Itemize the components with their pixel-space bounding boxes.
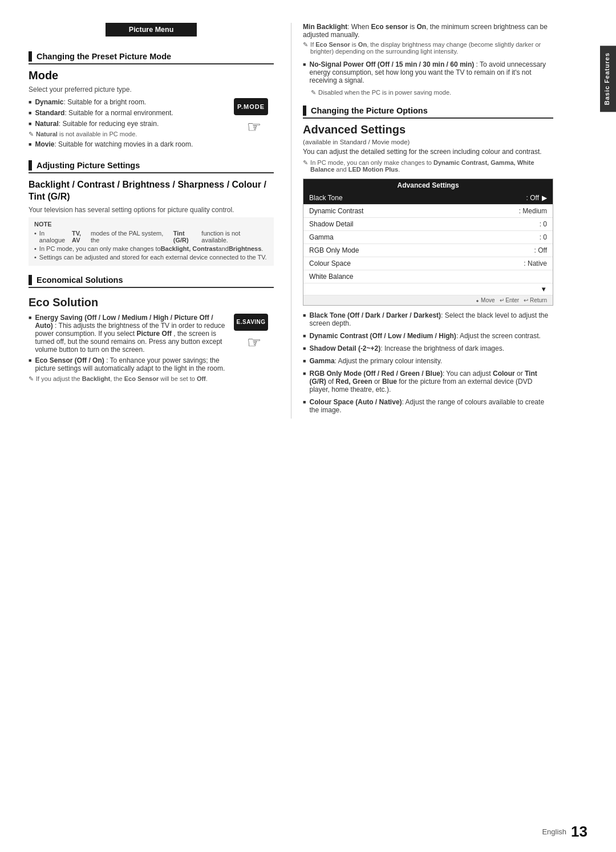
eco-solution-section: Eco Solution Energy Saving (Off / Low / …: [29, 296, 274, 385]
adv-row-more: ▼: [303, 283, 553, 295]
desc-gamma: Gamma: Adjust the primary colour intensi…: [303, 357, 553, 365]
picture-off-label: Picture Off: [137, 330, 172, 338]
page-container: Basic Features Picture Menu Changing the…: [0, 0, 616, 852]
bullet-movie-text: : Suitable for watching movies in a dark…: [54, 140, 193, 148]
picture-menu-header: Picture Menu: [106, 23, 197, 36]
left-column: Picture Menu Changing the Preset Picture…: [29, 23, 291, 419]
bullet-natural-text: : Suitable for reducing eye strain.: [59, 120, 159, 128]
bar-indicator-2: [29, 160, 32, 171]
pmode-illustration: P.MODE ☞: [234, 98, 274, 136]
backlight-note: NOTE In analogue TV, AV modes of the PAL…: [29, 217, 274, 266]
esaving-illustration: E.SAVING ☞: [234, 314, 274, 352]
note-item-2: In PC mode, you can only make changes to…: [34, 245, 268, 252]
pc-mode-note-text: In PC mode, you can only make changes to…: [310, 159, 553, 173]
adv-row-gamma-value: : 0: [540, 233, 547, 241]
adv-row-shadow-detail: Shadow Detail : 0: [303, 218, 553, 231]
esaving-label: E.SAVING: [237, 319, 266, 325]
note-item-1: In analogue TV, AV modes of the PAL syst…: [34, 230, 268, 244]
desc-colour-space: Colour Space (Auto / Native): Adjust the…: [303, 398, 553, 414]
pc-mode-note: ✎ In PC mode, you can only make changes …: [303, 159, 553, 173]
footer-enter: ↵ Enter: [500, 297, 520, 303]
eco-sensor-sub-note: ✎ If you adjust the Backlight, the Eco S…: [29, 375, 228, 383]
adv-row-dynamic-contrast-value: : Medium: [519, 207, 547, 215]
note-title: NOTE: [34, 221, 268, 228]
desc-black-tone: Black Tone (Off / Dark / Darker / Darkes…: [303, 311, 553, 327]
mode-bullet-list-2: Movie: Suitable for watching movies in a…: [29, 140, 228, 148]
adv-row-gamma-label: Gamma: [309, 233, 540, 241]
adv-row-shadow-detail-label: Shadow Detail: [309, 220, 540, 228]
changing-preset-title: Changing the Preset Picture Mode: [37, 52, 171, 61]
no-signal-label: No-Signal Power Off (Off / 15 min / 30 m…: [310, 60, 475, 68]
right-column: Min Backlight: When Eco sensor is On, th…: [291, 23, 553, 419]
adv-row-dynamic-contrast-label: Dynamic Contrast: [309, 207, 519, 215]
display-brightness-note: ✎ If Eco Sensor is On, the display brigh…: [303, 41, 553, 55]
adv-row-black-tone-label: Black Tone: [309, 194, 526, 202]
bullet-dynamic-text: : Suitable for a bright room.: [63, 98, 146, 106]
adv-row-colour-space: Colour Space : Native: [303, 257, 553, 270]
eco-sensor-note-text: If you adjust the Backlight, the Eco Sen…: [36, 375, 208, 382]
adv-row-arrow: ▶: [542, 194, 547, 202]
adv-available: (available in Standard / Movie mode): [303, 139, 553, 145]
pencil-icon-3: ✎: [303, 41, 308, 48]
pic-options-section: Changing the Picture Options: [303, 106, 553, 119]
desc-dynamic-contrast: Dynamic Contrast (Off / Low / Medium / H…: [303, 332, 553, 340]
bullet-standard-label: Standard: [35, 109, 64, 117]
bullet-natural: Natural: Suitable for reducing eye strai…: [29, 120, 228, 128]
adjusting-section: Adjusting Picture Settings: [29, 160, 274, 173]
desc-rgb-only: RGB Only Mode (Off / Red / Green / Blue)…: [303, 370, 553, 393]
adv-row-black-tone: Black Tone : Off ▶: [303, 192, 553, 205]
bullet-energy-saving: Energy Saving (Off / Low / Medium / High…: [29, 314, 228, 354]
note-list: In analogue TV, AV modes of the PAL syst…: [34, 230, 268, 261]
backlight-title: Backlight / Contrast / Brightness / Shar…: [29, 179, 274, 203]
adv-settings-footer: ⬥ Move ↵ Enter ↩ Return: [303, 295, 553, 305]
eco-bullet-list: Energy Saving (Off / Low / Medium / High…: [29, 314, 228, 372]
mode-text: Dynamic: Suitable for a bright room. Sta…: [29, 98, 228, 151]
bullet-movie-label: Movie: [35, 140, 54, 148]
hand-icon-2: ☞: [234, 333, 274, 352]
disabled-pc-text: Disabled when the PC is in power saving …: [318, 89, 451, 96]
mode-section: Mode Select your preferred picture type.…: [29, 69, 274, 151]
eco-content: Energy Saving (Off / Low / Medium / High…: [29, 314, 274, 385]
adv-row-rgb-only-value: : Off: [534, 246, 547, 254]
min-backlight-text: Min Backlight: When Eco sensor is On, th…: [303, 23, 553, 39]
backlight-desc: Your television has several setting opti…: [29, 206, 274, 214]
hand-icon: ☞: [234, 117, 274, 136]
adv-row-rgb-only-label: RGB Only Mode: [309, 246, 534, 254]
bullet-standard: Standard: Suitable for a normal environm…: [29, 109, 228, 117]
adv-row-white-balance: White Balance: [303, 270, 553, 283]
adv-row-rgb-only: RGB Only Mode : Off: [303, 244, 553, 257]
side-tab: Basic Features: [600, 46, 616, 112]
adv-desc: You can adjust the detailed setting for …: [303, 148, 553, 156]
no-signal-item: No-Signal Power Off (Off / 15 min / 30 m…: [303, 60, 553, 84]
down-arrow: ▼: [541, 286, 547, 293]
natural-note: ✎ Natural is not available in PC mode.: [29, 131, 228, 138]
bullet-natural-label: Natural: [35, 120, 58, 128]
bullet-movie: Movie: Suitable for watching movies in a…: [29, 140, 228, 148]
adv-settings-table: Advanced Settings Black Tone : Off ▶ Dyn…: [303, 178, 553, 306]
advanced-settings-section: Advanced Settings (available in Standard…: [303, 123, 553, 414]
mode-content: Dynamic: Suitable for a bright room. Sta…: [29, 98, 274, 151]
changing-preset-section: Changing the Preset Picture Mode: [29, 51, 274, 64]
page-footer-text: English: [542, 827, 566, 836]
adv-settings-title: Advanced Settings: [303, 123, 553, 136]
adv-row-white-balance-label: White Balance: [309, 273, 547, 281]
adv-row-black-tone-value: : Off: [526, 194, 539, 202]
adv-desc-list: Black Tone (Off / Dark / Darker / Darkes…: [303, 311, 553, 414]
pmode-label: P.MODE: [237, 103, 265, 110]
economical-section: Economical Solutions: [29, 275, 274, 288]
side-tab-label: Basic Features: [603, 52, 610, 105]
desc-shadow-detail: Shadow Detail (-2~+2): Increase the brig…: [303, 344, 553, 352]
economical-title: Economical Solutions: [37, 275, 123, 285]
natural-note-text: Natural is not available in PC mode.: [36, 131, 137, 137]
backlight-section: Backlight / Contrast / Brightness / Shar…: [29, 179, 274, 266]
page-footer: English 13: [542, 823, 587, 841]
bullet-dynamic-label: Dynamic: [35, 98, 63, 106]
right-top-text: Min Backlight: When Eco sensor is On, th…: [303, 23, 553, 55]
mode-bullet-list: Dynamic: Suitable for a bright room. Sta…: [29, 98, 228, 128]
adv-settings-table-header: Advanced Settings: [303, 179, 553, 192]
footer-move: ⬥ Move: [476, 297, 495, 303]
bar-indicator-4: [303, 106, 306, 116]
eco-text: Energy Saving (Off / Low / Medium / High…: [29, 314, 228, 385]
esaving-box: E.SAVING: [234, 314, 268, 331]
mode-desc: Select your preferred picture type.: [29, 86, 274, 94]
